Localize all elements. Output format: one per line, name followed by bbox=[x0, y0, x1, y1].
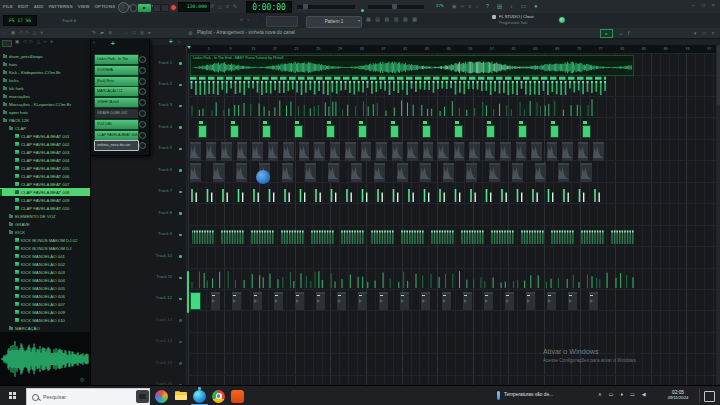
track-arm-dot[interactable] bbox=[179, 105, 182, 108]
playhead-marker[interactable] bbox=[187, 46, 191, 49]
tempo-display[interactable]: 130.000 bbox=[178, 2, 210, 12]
sample-clip[interactable] bbox=[547, 292, 556, 310]
stop-button[interactable] bbox=[153, 4, 161, 12]
arrow-icon[interactable]: → bbox=[254, 18, 259, 23]
channel-pan-knob[interactable] bbox=[139, 110, 146, 117]
gear-icon[interactable]: ⚙ bbox=[188, 30, 192, 36]
track-label-11[interactable]: Track 11 bbox=[120, 274, 172, 279]
channel-button[interactable]: GRAVE DUBK 002 bbox=[94, 108, 139, 119]
track-label-15[interactable]: Track 15 bbox=[120, 360, 172, 365]
sample-clip[interactable] bbox=[392, 142, 403, 161]
close-button[interactable]: × bbox=[712, 2, 715, 8]
tree-item[interactable]: KICK bbox=[0, 228, 90, 236]
master-volume-slider[interactable] bbox=[297, 5, 355, 10]
chevron-down-icon[interactable]: ▾ bbox=[358, 18, 360, 23]
sample-clip[interactable] bbox=[221, 142, 232, 161]
link-icon[interactable]: ∞ bbox=[240, 18, 243, 23]
track-label-9[interactable]: Track 9 bbox=[120, 231, 172, 236]
next-icon[interactable]: ▷ bbox=[30, 40, 33, 47]
note-clip[interactable] bbox=[550, 125, 559, 138]
sample-clip[interactable] bbox=[299, 142, 310, 161]
menu-icon[interactable]: ≡ bbox=[469, 4, 472, 9]
caret-icon[interactable]: ∧ bbox=[598, 392, 602, 397]
back-icon[interactable]: ← bbox=[2, 40, 12, 47]
sample-clip[interactable] bbox=[531, 142, 542, 161]
sample-clip[interactable] bbox=[330, 142, 341, 161]
snap-panel-icon[interactable]: ▸ bbox=[600, 29, 613, 38]
volume-icon[interactable]: ◀ bbox=[642, 392, 646, 397]
note-clip[interactable] bbox=[358, 125, 367, 138]
track-label-13[interactable]: Track 13 bbox=[120, 317, 172, 322]
sample-clip[interactable] bbox=[484, 292, 493, 310]
slip-icon[interactable]: ↔ bbox=[124, 31, 129, 36]
zoom-icon[interactable]: ◎ bbox=[140, 31, 144, 36]
sample-clip[interactable] bbox=[400, 292, 409, 310]
prev-icon[interactable]: ◁ bbox=[19, 31, 22, 36]
tree-item[interactable]: open hats bbox=[0, 108, 90, 116]
sample-clip[interactable] bbox=[206, 142, 217, 161]
tree-item[interactable]: KICK MANOELÃO 006 bbox=[0, 292, 90, 300]
sample-clip[interactable] bbox=[442, 292, 451, 310]
playback-icon[interactable]: ▸ bbox=[148, 31, 150, 36]
track-label-14[interactable]: Track 14 bbox=[120, 338, 172, 343]
sample-clip[interactable] bbox=[526, 292, 535, 310]
close-button[interactable]: × bbox=[712, 30, 715, 36]
sample-clip[interactable] bbox=[505, 292, 514, 310]
tree-item[interactable]: kik funk bbox=[0, 84, 90, 92]
maximize-button[interactable]: □ bbox=[702, 2, 705, 8]
channel-button[interactable]: vinheta_nova do can bbox=[94, 140, 139, 151]
sample-clip[interactable] bbox=[316, 292, 325, 310]
preview-settings-icon[interactable]: ◎ bbox=[80, 376, 84, 382]
delete-icon[interactable]: ⊘ bbox=[108, 31, 112, 36]
sample-clip[interactable] bbox=[589, 292, 598, 310]
sample-clip[interactable] bbox=[268, 142, 279, 161]
channel-pan-knob[interactable] bbox=[139, 99, 146, 106]
sample-clip[interactable] bbox=[535, 163, 546, 182]
sample-clip[interactable] bbox=[485, 142, 496, 161]
tree-item[interactable]: CLAP FAVELA BEAT 006 bbox=[0, 172, 90, 180]
sample-clip[interactable] bbox=[443, 163, 454, 182]
tree-item[interactable]: KICK MANOELÃO 005 bbox=[0, 284, 90, 292]
track-arm-dot[interactable] bbox=[179, 277, 182, 280]
sample-clip[interactable] bbox=[252, 142, 263, 161]
undo-icon[interactable]: ↺ bbox=[210, 4, 214, 9]
star-icon[interactable]: ∗ bbox=[40, 31, 44, 36]
slider-thumb[interactable] bbox=[392, 4, 397, 9]
sample-clip[interactable] bbox=[361, 142, 372, 161]
copy-icon[interactable]: ▣ bbox=[11, 31, 15, 36]
collapse-button[interactable]: ▾ bbox=[694, 30, 697, 36]
star-icon[interactable]: ∗ bbox=[50, 40, 54, 47]
add-channel-button[interactable]: + bbox=[111, 39, 115, 49]
swing-knob[interactable] bbox=[130, 4, 137, 12]
rows-icon[interactable]: ▧ bbox=[384, 17, 389, 22]
sample-clip[interactable] bbox=[237, 142, 248, 161]
sample-clip[interactable] bbox=[314, 142, 325, 161]
sample-clip[interactable] bbox=[283, 142, 294, 161]
menu-file[interactable]: FILE bbox=[3, 4, 13, 9]
sample-clip[interactable] bbox=[469, 142, 480, 161]
list-icon[interactable]: ≡ bbox=[226, 4, 229, 9]
pattern-selector[interactable]: Pattern 1 ▾ bbox=[306, 16, 362, 28]
playlist-scrollbar-thumb[interactable] bbox=[717, 45, 720, 105]
selected-sample-clip[interactable] bbox=[190, 292, 201, 310]
action-center-icon[interactable] bbox=[704, 391, 715, 402]
channel-pan-knob[interactable] bbox=[139, 88, 146, 95]
sample-clip[interactable] bbox=[466, 163, 477, 182]
wave-icon[interactable]: ≈ bbox=[44, 40, 46, 47]
track-label-7[interactable]: Track 7 bbox=[120, 188, 172, 193]
play-button[interactable]: ▶ bbox=[137, 3, 152, 13]
tree-item[interactable]: PACK 12K bbox=[0, 116, 90, 124]
select-icon[interactable]: □ bbox=[133, 31, 136, 36]
sample-clip[interactable] bbox=[420, 163, 431, 182]
note-clip[interactable] bbox=[486, 125, 495, 138]
channel-pan-knob[interactable] bbox=[139, 78, 146, 85]
track-arm-dot[interactable] bbox=[179, 341, 182, 344]
arrow-icon[interactable]: → bbox=[618, 31, 623, 36]
time-display[interactable]: 0:00:00 bbox=[246, 1, 292, 14]
sample-clip[interactable] bbox=[345, 142, 356, 161]
tree-item[interactable]: kicks bbox=[0, 76, 90, 84]
up-icon[interactable]: △ bbox=[37, 40, 40, 47]
back-icon[interactable]: ← bbox=[3, 31, 8, 36]
tree-item[interactable]: Marcações - KLepontos.COm.Br bbox=[0, 100, 90, 108]
channel-button[interactable]: VOZINHA bbox=[94, 65, 139, 76]
